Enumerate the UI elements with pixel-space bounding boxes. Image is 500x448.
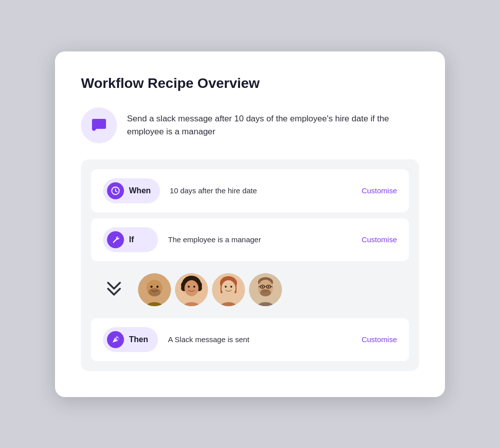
then-tag-label: Then <box>129 335 148 344</box>
party-icon <box>111 335 120 344</box>
avatar-group <box>138 273 282 306</box>
svg-point-39 <box>118 338 120 339</box>
svg-point-24 <box>225 286 227 288</box>
then-tag-pill: Then <box>103 327 158 352</box>
if-tag-pill: If <box>103 227 158 252</box>
workflow-container: When 10 days after the hire date Customi… <box>81 159 419 371</box>
avatar-3 <box>212 273 245 306</box>
clock-icon <box>111 186 120 195</box>
clock-icon-circle <box>107 182 124 199</box>
when-customise-link[interactable]: Customise <box>362 186 397 195</box>
when-description: 10 days after the hire date <box>170 186 352 195</box>
when-tag-pill: When <box>103 178 160 203</box>
header-description-text: Send a slack message after 10 days of th… <box>127 112 419 138</box>
then-description: A Slack message is sent <box>168 335 352 344</box>
header-description: Send a slack message after 10 days of th… <box>81 107 419 143</box>
party-icon-circle <box>107 331 124 348</box>
then-customise-link[interactable]: Customise <box>362 335 397 344</box>
when-row: When 10 days after the hire date Customi… <box>91 169 409 212</box>
svg-point-16 <box>188 286 190 288</box>
header-icon-circle <box>81 107 117 143</box>
chat-bubble-icon <box>90 117 108 134</box>
svg-point-17 <box>194 286 196 288</box>
if-row: If The employee is a manager Customise <box>91 218 409 261</box>
svg-point-15 <box>184 280 198 296</box>
svg-rect-0 <box>92 119 106 129</box>
then-row: Then A Slack message is sent Customise <box>91 318 409 361</box>
if-tag-label: If <box>129 235 134 244</box>
wrench-icon <box>111 235 120 244</box>
if-description: The employee is a manager <box>168 235 352 244</box>
avatars-row <box>91 267 409 312</box>
svg-point-30 <box>260 289 271 296</box>
chevrons-down-icon <box>103 280 125 300</box>
avatar-1 <box>138 273 171 306</box>
if-customise-link[interactable]: Customise <box>362 235 397 244</box>
when-tag-label: When <box>129 186 151 195</box>
svg-point-40 <box>116 336 117 337</box>
svg-point-37 <box>268 286 270 287</box>
wrench-icon-circle <box>107 231 124 248</box>
main-card: Workflow Recipe Overview Send a slack me… <box>55 51 445 397</box>
svg-point-7 <box>156 285 158 287</box>
svg-point-38 <box>117 337 118 338</box>
svg-point-5 <box>148 288 160 296</box>
avatar-2 <box>175 273 208 306</box>
svg-point-6 <box>150 285 152 287</box>
avatar-4 <box>249 273 282 306</box>
svg-point-23 <box>222 280 236 296</box>
svg-point-25 <box>230 286 232 288</box>
svg-point-36 <box>262 286 264 287</box>
page-title: Workflow Recipe Overview <box>81 75 419 91</box>
